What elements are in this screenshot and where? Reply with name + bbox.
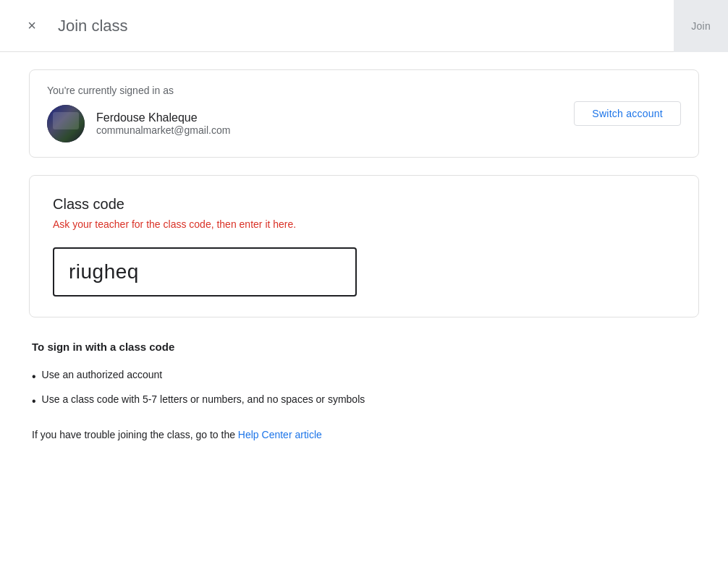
main-content: You're currently signed in as Ferdouse K… [0,52,728,458]
account-row: Ferdouse Khaleque communalmarket@gmail.c… [47,105,230,142]
list-item-text: Use an authorized account [42,369,163,380]
dialog-header: × Join class Join [0,0,728,52]
class-code-input-wrapper [53,247,357,297]
avatar-image [47,105,85,142]
user-name: Ferdouse Khaleque [96,111,230,124]
account-card: You're currently signed in as Ferdouse K… [29,69,699,158]
instructions-list: Use an authorized account Use a class co… [32,364,696,414]
help-text: If you have trouble joining the class, g… [32,429,696,440]
dialog-title: Join class [58,17,711,35]
class-code-card: Class code Ask your teacher for the clas… [29,175,699,317]
instructions-section: To sign in with a class code Use an auth… [29,341,699,440]
class-code-input[interactable] [53,247,357,297]
user-email: communalmarket@gmail.com [96,124,230,136]
signed-in-label: You're currently signed in as [47,85,230,96]
account-info: You're currently signed in as Ferdouse K… [47,85,230,142]
switch-account-button[interactable]: Switch account [574,101,681,126]
close-button[interactable]: × [17,12,46,40]
help-center-link[interactable]: Help Center article [238,429,322,440]
instructions-title: To sign in with a class code [32,341,696,353]
close-icon: × [27,17,36,34]
class-code-title: Class code [53,196,675,213]
account-details: Ferdouse Khaleque communalmarket@gmail.c… [96,111,230,136]
avatar [47,105,85,142]
list-item: Use a class code with 5-7 letters or num… [32,389,696,414]
join-button[interactable]: Join [674,0,728,52]
list-item-text: Use a class code with 5-7 letters or num… [42,393,365,405]
class-code-subtitle: Ask your teacher for the class code, the… [53,218,675,230]
help-text-before: If you have trouble joining the class, g… [32,429,238,440]
list-item: Use an authorized account [32,364,696,389]
